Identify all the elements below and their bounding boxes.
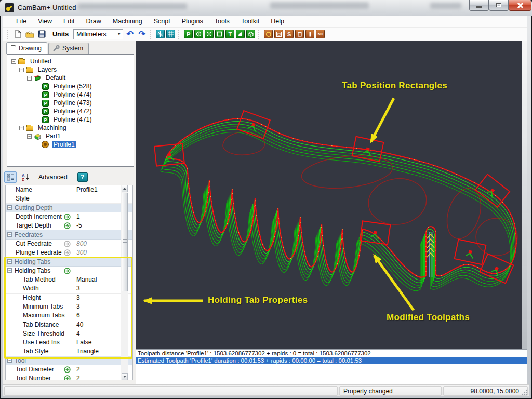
inherit-arrow-icon[interactable] (64, 214, 71, 220)
property-row[interactable]: − Minimum Tabs 3 (6, 302, 132, 311)
tree-item[interactable]: − Layers (7, 65, 134, 74)
inherit-arrow-icon[interactable] (64, 366, 71, 373)
property-row[interactable]: − Name Profile1 (6, 185, 132, 194)
menu-view[interactable]: View (32, 16, 58, 26)
tree-item-label[interactable]: Untitled (29, 58, 53, 65)
machine-lathe-icon[interactable] (305, 30, 314, 38)
menu-machining[interactable]: Machining (107, 16, 148, 26)
tree-item-label[interactable]: Polyline (474) (52, 91, 93, 98)
property-row[interactable]: − Height 3 (6, 294, 132, 302)
title-bar[interactable]: CamBam+ Untitled (0, 0, 532, 16)
tree-item-label[interactable]: Polyline (472) (52, 108, 93, 115)
category-expand-toggle[interactable]: − (7, 205, 12, 210)
tree-item[interactable]: − Machining (7, 124, 134, 132)
save-button[interactable] (36, 29, 47, 39)
property-row[interactable]: − Tab Style Triangle (6, 347, 132, 356)
tree-item-label[interactable]: Polyline (473) (52, 99, 93, 107)
snap-points-icon[interactable] (156, 30, 165, 38)
property-row[interactable]: − Depth Increment 1 (6, 212, 132, 221)
gcode-file-icon[interactable]: NC (316, 30, 325, 38)
menu-tools[interactable]: Tools (209, 16, 235, 26)
resize-grip[interactable] (521, 389, 528, 395)
category-expand-toggle[interactable]: − (7, 232, 12, 237)
property-row[interactable]: − Target Depth -5 (6, 221, 132, 230)
tree-item-label[interactable]: Layers (36, 66, 58, 73)
drawing-canvas[interactable]: Tab Position Rectangles Holding Tab Prop… (136, 41, 522, 349)
categorized-view-button[interactable]: ++ (4, 171, 17, 183)
menu-edit[interactable]: Edit (58, 16, 81, 26)
property-row[interactable]: − Use Lead Ins False (6, 338, 132, 347)
tree-item[interactable]: − P Polyline (473) (7, 99, 134, 107)
machine-pocket-icon[interactable] (274, 30, 283, 38)
tree-item[interactable]: − P Polyline (472) (7, 107, 134, 115)
minimize-button[interactable] (469, 0, 489, 11)
tree-item-label[interactable]: Machining (36, 124, 68, 131)
tree-item[interactable]: − Profile1 (7, 140, 134, 149)
draw-circle-icon[interactable] (194, 30, 203, 38)
advanced-button[interactable]: Advanced (35, 172, 71, 182)
units-dropdown[interactable]: Millimeters ▼ (73, 29, 123, 39)
tab-drawing[interactable]: Drawing (6, 42, 47, 54)
alphabetical-sort-button[interactable]: AZ (20, 171, 32, 183)
tree-expand-toggle[interactable]: − (27, 134, 32, 139)
menu-toolkit[interactable]: Toolkit (235, 16, 265, 26)
draw-points-icon[interactable] (205, 30, 214, 38)
log-line-distance[interactable]: Toolpath distance 'Profile1' : 1503.6208… (136, 350, 527, 357)
property-row[interactable]: − Plunge Feedrate 300 (6, 248, 132, 257)
tree-item-label[interactable]: Polyline (528) (52, 83, 93, 90)
property-row[interactable]: − Tool Number 2 (6, 374, 132, 380)
tree-expand-toggle[interactable]: − (11, 59, 16, 64)
draw-polyline-icon[interactable]: P (184, 30, 193, 38)
tree-item-label[interactable]: Profile1 (52, 141, 76, 148)
property-row[interactable]: − Tab Distance 40 (6, 320, 132, 329)
menu-draw[interactable]: Draw (81, 16, 107, 26)
machine-profile-icon[interactable] (295, 30, 304, 38)
property-grid-scrollbar[interactable] (121, 185, 128, 380)
property-row[interactable]: − Width 3 (6, 284, 132, 293)
maximize-button[interactable] (489, 0, 509, 11)
category-expand-toggle[interactable]: − (7, 268, 12, 273)
inherit-arrow-icon[interactable] (64, 249, 71, 256)
close-button[interactable] (509, 0, 531, 11)
property-row[interactable]: − Size Threshold 4 (6, 329, 132, 338)
property-row[interactable]: − Tool Diameter 2 (6, 365, 132, 374)
scroll-down-button[interactable] (122, 373, 128, 380)
tab-system[interactable]: System (48, 43, 89, 54)
snap-grid-icon[interactable] (166, 30, 175, 38)
property-row[interactable]: − Tab Method Manual (6, 275, 132, 284)
machine-engrave-icon[interactable]: S (285, 30, 294, 38)
draw-surface-icon[interactable] (246, 30, 255, 38)
tree-expand-toggle[interactable]: − (19, 126, 24, 130)
property-row[interactable]: − Cutting Depth (6, 204, 132, 212)
machine-drill-icon[interactable] (264, 30, 273, 38)
property-row[interactable]: − Holding Tabs (6, 257, 132, 266)
tree-item[interactable]: − P Polyline (471) (7, 115, 134, 124)
menu-script[interactable]: Script (148, 16, 176, 26)
tree-item-label[interactable]: Part1 (44, 132, 62, 140)
category-expand-toggle[interactable]: − (7, 259, 12, 264)
tree-item[interactable]: − Untitled (7, 57, 134, 65)
property-grid[interactable]: − Name Profile1 − Style − Cutting Depth … (5, 185, 133, 380)
property-row[interactable]: − Holding Tabs (6, 267, 132, 275)
property-row[interactable]: − Maximum Tabs 6 (6, 311, 132, 320)
canvas-right-scrollbar[interactable] (522, 41, 527, 349)
undo-button[interactable]: ↶ (125, 29, 135, 39)
redo-button[interactable]: ↷ (137, 29, 147, 39)
property-row[interactable]: − Tool (6, 356, 132, 365)
chevron-down-icon[interactable]: ▼ (115, 30, 123, 39)
log-line-duration[interactable]: Estimated Toolpath 'Profile1' duration :… (136, 357, 527, 364)
property-row[interactable]: − Style (6, 194, 132, 203)
tree-item[interactable]: − P Polyline (528) (7, 82, 134, 90)
menu-help[interactable]: Help (265, 16, 290, 26)
inherit-arrow-icon[interactable] (64, 241, 71, 247)
tree-expand-toggle[interactable]: − (27, 76, 32, 81)
draw-text-icon[interactable]: T (225, 30, 234, 38)
property-row[interactable]: − Cut Feedrate 800 (6, 240, 132, 248)
tree-item[interactable]: − Part1 (7, 132, 134, 140)
menu-file[interactable]: File (10, 16, 32, 26)
category-expand-toggle[interactable]: − (7, 358, 12, 363)
tree-expand-toggle[interactable]: − (19, 68, 24, 72)
new-file-button[interactable] (12, 29, 23, 39)
menu-plugins[interactable]: Plugins (176, 16, 209, 26)
scroll-up-button[interactable] (122, 185, 128, 192)
